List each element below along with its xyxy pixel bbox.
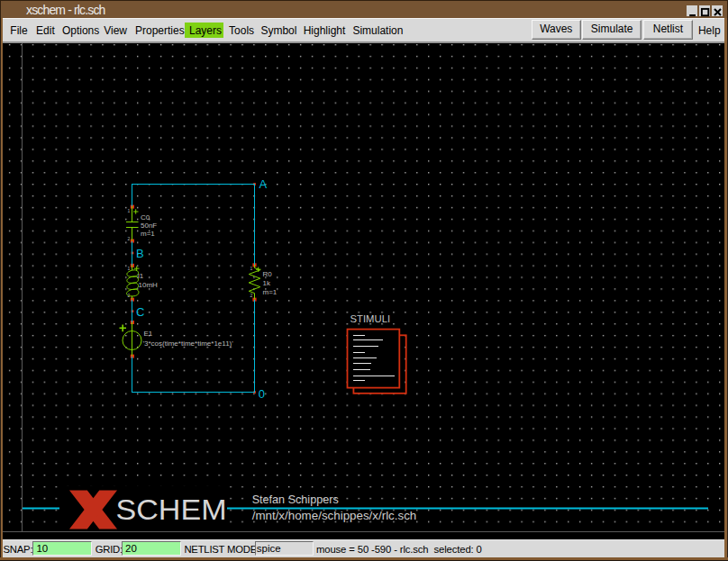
svg-text:C: C (136, 305, 144, 319)
svg-text:'3*cos(time*time*time*1e11)': '3*cos(time*time*time*1e11)' (143, 339, 234, 348)
svg-text:1: 1 (128, 208, 131, 213)
svg-text:m=1: m=1 (141, 230, 155, 238)
svg-text:2: 2 (128, 293, 131, 298)
svg-text:l1: l1 (138, 272, 144, 280)
svg-text:R0: R0 (263, 270, 273, 278)
svg-text:1: 1 (128, 266, 131, 271)
svg-text:m=1: m=1 (263, 288, 278, 296)
svg-text:STIMULI: STIMULI (350, 313, 391, 324)
svg-text:2: 2 (128, 236, 131, 241)
svg-text:2: 2 (250, 293, 253, 298)
svg-text:A: A (259, 177, 268, 191)
svg-text:Stefan Schippers: Stefan Schippers (252, 493, 339, 506)
svg-text:10mH: 10mH (139, 281, 159, 289)
svg-text:C0: C0 (141, 213, 150, 222)
svg-text:SCHEM: SCHEM (116, 494, 227, 526)
svg-text:E1: E1 (144, 330, 153, 338)
svg-text:1k: 1k (263, 279, 271, 287)
svg-text:1: 1 (250, 266, 253, 271)
svg-text:0: 0 (259, 387, 265, 401)
svg-text:B: B (136, 247, 144, 260)
svg-text:/mnt/x/home/schippes/x/rlc.sch: /mnt/x/home/schippes/x/rlc.sch (252, 510, 417, 522)
svg-text:50nF: 50nF (141, 222, 157, 230)
